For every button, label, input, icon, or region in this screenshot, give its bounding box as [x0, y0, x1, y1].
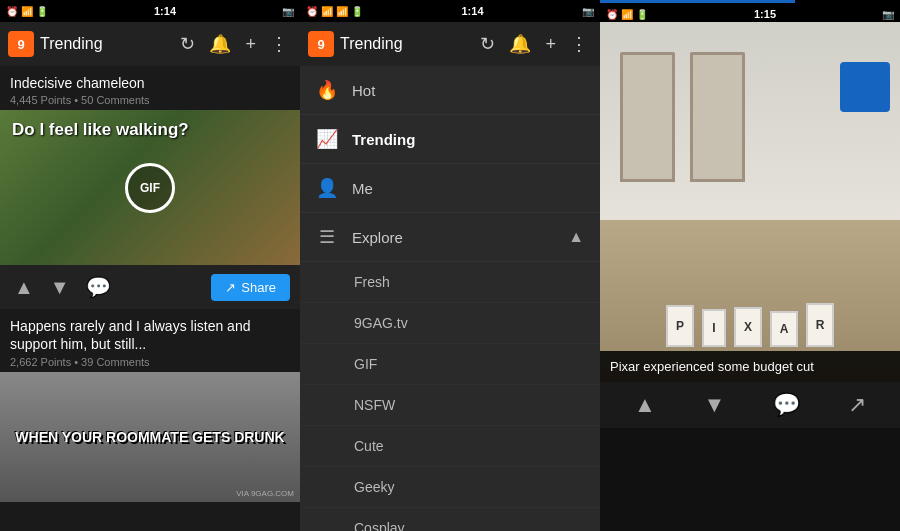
bag-a: A — [770, 311, 798, 347]
refresh-button-1[interactable]: ↻ — [176, 29, 199, 59]
more-button-1[interactable]: ⋮ — [266, 29, 292, 59]
sub-menu-item-gif[interactable]: GIF — [300, 344, 600, 385]
refresh-button-2[interactable]: ↻ — [476, 29, 499, 59]
post-1-actions: ▲ ▼ 💬 ↗ Share — [0, 265, 300, 309]
menu-label-me: Me — [352, 180, 373, 197]
bell-button-2[interactable]: 🔔 — [505, 29, 535, 59]
panel-right: ⏰ 📶 🔋 1:15 📷 P I X A R — [600, 0, 900, 531]
post-1-overlay-text: Do I feel like walking? — [12, 120, 189, 140]
share-button-1[interactable]: ↗ Share — [211, 274, 290, 301]
status-bar-3: ⏰ 📶 🔋 1:15 📷 — [600, 0, 900, 22]
more-button-2[interactable]: ⋮ — [566, 29, 592, 59]
trending-icon: 📈 — [316, 128, 338, 150]
wifi-icon-3: 📶 — [621, 9, 633, 20]
alarm-icon-2: ⏰ — [306, 6, 318, 17]
bag-r: R — [806, 303, 834, 347]
downvote-button-1[interactable]: ▼ — [46, 272, 74, 303]
time-display-1: 1:14 — [154, 5, 176, 17]
signal-icon-2: 📶 — [336, 6, 348, 17]
post-2-header: Happens rarely and I always listen and s… — [0, 309, 300, 371]
toolbar-title-1: Trending — [40, 35, 170, 53]
sub-menu-item-geeky[interactable]: Geeky — [300, 467, 600, 508]
comment-button-3[interactable]: 💬 — [773, 392, 800, 418]
wifi-icon: 📶 — [21, 6, 33, 17]
loading-progress-bar — [600, 0, 795, 3]
hot-icon: 🔥 — [316, 79, 338, 101]
toolbar-2: 9 Trending ↻ 🔔 + ⋮ — [300, 22, 600, 66]
cute-label: Cute — [354, 438, 384, 454]
post-1-image[interactable]: Do I feel like walking? GIF — [0, 110, 300, 265]
status-icons-left: ⏰ 📶 🔋 — [6, 6, 48, 17]
time-display-2: 1:14 — [461, 5, 483, 17]
camera-icon-3: 📷 — [882, 9, 894, 20]
alarm-icon: ⏰ — [6, 6, 18, 17]
upvote-button-1[interactable]: ▲ — [10, 272, 38, 303]
battery-icon: 🔋 — [36, 6, 48, 17]
title-text-1: Trending — [40, 35, 103, 53]
bell-button-1[interactable]: 🔔 — [205, 29, 235, 59]
status-icons-left-2: ⏰ 📶 📶 🔋 — [306, 6, 363, 17]
pixar-post-image[interactable]: P I X A R Pixar experienced some budget … — [600, 22, 900, 382]
status-bar-1: ⏰ 📶 🔋 1:14 📷 — [0, 0, 300, 22]
explore-icon: ☰ — [316, 226, 338, 248]
plus-button-1[interactable]: + — [241, 30, 260, 59]
sub-menu-item-fresh[interactable]: Fresh — [300, 262, 600, 303]
status-bar-2: ⏰ 📶 📶 🔋 1:14 📷 — [300, 0, 600, 22]
menu-label-trending: Trending — [352, 131, 415, 148]
post-1-meta: 4,445 Points • 50 Comments — [10, 94, 290, 106]
pixar-bags: P I X A R — [666, 303, 834, 347]
menu-item-hot[interactable]: 🔥 Hot — [300, 66, 600, 115]
title-text-2: Trending — [340, 35, 403, 53]
upvote-button-3[interactable]: ▲ — [634, 392, 656, 418]
post-2-title: Happens rarely and I always listen and s… — [10, 317, 290, 353]
sub-menu-item-cute[interactable]: Cute — [300, 426, 600, 467]
status-icons-right-1: 📷 — [282, 6, 294, 17]
sub-menu-item-9gagtv[interactable]: 9GAG.tv — [300, 303, 600, 344]
camera-icon-2: 📷 — [582, 6, 594, 17]
post-2-meta: 2,662 Points • 39 Comments — [10, 356, 290, 368]
toolbar-title-2: Trending — [340, 35, 470, 53]
alarm-icon-3: ⏰ — [606, 9, 618, 20]
sub-menu-item-cosplay[interactable]: Cosplay — [300, 508, 600, 531]
plus-button-2[interactable]: + — [541, 30, 560, 59]
geeky-label: Geeky — [354, 479, 394, 495]
blue-box — [840, 62, 890, 112]
downvote-button-3[interactable]: ▼ — [704, 392, 726, 418]
post-1-title: Indecisive chameleon — [10, 74, 290, 92]
watermark: VIA 9GAG.COM — [236, 489, 294, 498]
menu-item-explore[interactable]: ☰ Explore ▲ — [300, 213, 600, 262]
share-button-3[interactable]: ↗ — [848, 392, 866, 418]
panel-left: ⏰ 📶 🔋 1:14 📷 9 Trending ↻ 🔔 + ⋮ Indecisi… — [0, 0, 300, 531]
status-icons-right-3: 📷 — [882, 9, 894, 20]
status-icons-left-3: ⏰ 📶 🔋 — [606, 9, 648, 20]
sub-menu-item-nsfw[interactable]: NSFW — [300, 385, 600, 426]
post-3-title: Pixar experienced some budget cut — [600, 351, 900, 382]
post-2-overlay-text: WHEN YOUR ROOMMATE GETS DRUNK — [10, 424, 289, 450]
cosplay-label: Cosplay — [354, 520, 405, 531]
gif-badge: GIF — [125, 163, 175, 213]
post-1-header: Indecisive chameleon 4,445 Points • 50 C… — [0, 66, 300, 110]
battery-icon-3: 🔋 — [636, 9, 648, 20]
time-display-3: 1:15 — [754, 8, 776, 20]
app-logo-2[interactable]: 9 — [308, 31, 334, 57]
fresh-label: Fresh — [354, 274, 390, 290]
share-icon-1: ↗ — [225, 280, 236, 295]
dropdown-menu: 🔥 Hot 📈 Trending 👤 Me ☰ Explore ▲ Fresh … — [300, 66, 600, 531]
menu-label-explore: Explore — [352, 229, 403, 246]
feed-1: Indecisive chameleon 4,445 Points • 50 C… — [0, 66, 300, 531]
panel3-content: P I X A R Pixar experienced some budget … — [600, 22, 900, 531]
nsfw-label: NSFW — [354, 397, 395, 413]
menu-item-me[interactable]: 👤 Me — [300, 164, 600, 213]
app-logo-1[interactable]: 9 — [8, 31, 34, 57]
bag-x: X — [734, 307, 762, 347]
menu-label-hot: Hot — [352, 82, 375, 99]
battery-icon-2: 🔋 — [351, 6, 363, 17]
comment-button-1[interactable]: 💬 — [82, 271, 115, 303]
gif-label: GIF — [354, 356, 377, 372]
me-icon: 👤 — [316, 177, 338, 199]
camera-status-icon: 📷 — [282, 6, 294, 17]
post-2-image[interactable]: WHEN YOUR ROOMMATE GETS DRUNK VIA 9GAG.C… — [0, 372, 300, 502]
9gagtv-label: 9GAG.tv — [354, 315, 408, 331]
menu-item-trending[interactable]: 📈 Trending — [300, 115, 600, 164]
wifi-icon-2: 📶 — [321, 6, 333, 17]
